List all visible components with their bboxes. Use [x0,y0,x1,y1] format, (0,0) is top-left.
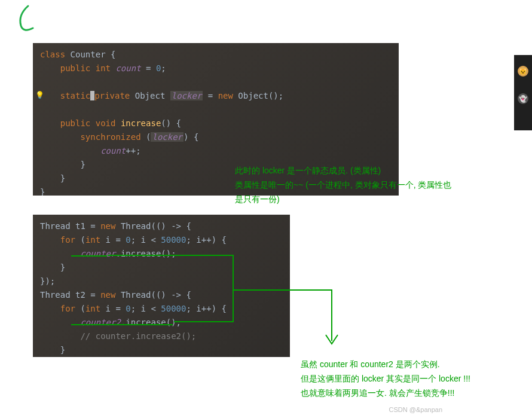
underline-counter2 [71,324,173,325]
side-toolbar: 😺 👻 [514,55,532,130]
code-content-1: class Counter { public int count = 0; st… [33,43,399,196]
face-icon[interactable]: 😺 [518,66,528,77]
code-block-2: Thread t1 = new Thread(() -> { for (int … [33,215,290,357]
code-block-1: 💡 class Counter { public int count = 0; … [33,43,399,196]
watermark: CSDN @&panpan [389,406,442,413]
ghost-icon[interactable]: 👻 [518,93,528,104]
scribble-mark [15,3,39,36]
annotation-2: 虽然 counter 和 counter2 是两个实例.但是这俩里面的 lock… [301,357,522,400]
underline-counter [71,255,107,257]
lightbulb-icon: 💡 [35,89,44,102]
code-content-2: Thread t1 = new Thread(() -> { for (int … [33,215,290,357]
